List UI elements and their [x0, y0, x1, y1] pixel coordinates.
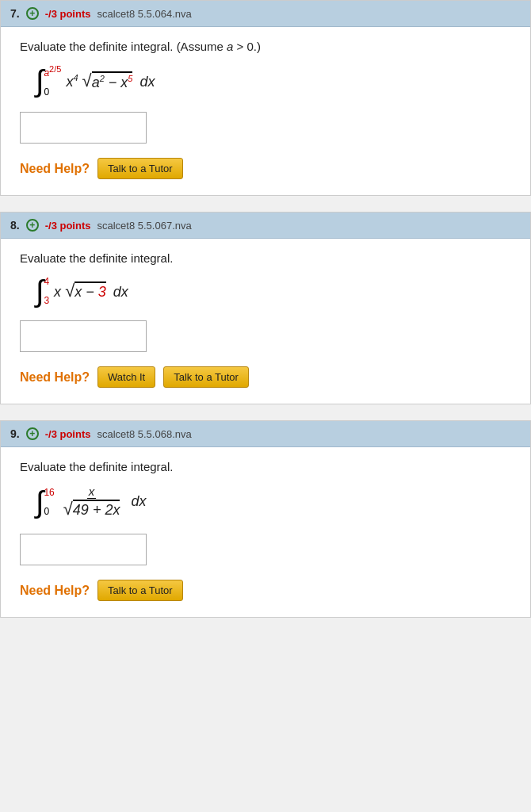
question-9-points: -/3 points [45, 428, 91, 440]
question-8-id: scalcet8 5.5.067.nva [97, 220, 191, 232]
question-7-plus-icon[interactable]: + [26, 7, 39, 20]
question-9-instruction: Evaluate the definite integral. [20, 460, 511, 473]
question-7-body: Evaluate the definite integral. (Assume … [1, 27, 530, 195]
sqrt-symbol-8: √ [65, 281, 74, 301]
question-8-header: 8. + -/3 points scalcet8 5.5.067.nva [1, 213, 530, 239]
integral-symbol-7: ∫ [36, 66, 44, 96]
question-7-number: 7. [10, 7, 20, 20]
talk-to-tutor-button-8[interactable]: Talk to a Tutor [163, 366, 249, 388]
question-8-points: -/3 points [45, 220, 91, 232]
question-9-id: scalcet8 5.5.068.nva [97, 428, 191, 440]
integrand-7: x4 √ a2 − x5 dx [66, 71, 155, 91]
question-8-instruction: Evaluate the definite integral. [20, 251, 511, 265]
sqrt-content-8: x − 3 [74, 282, 106, 301]
question-7-header: 7. + -/3 points scalcet8 5.5.064.nva [1, 1, 530, 27]
talk-to-tutor-button-9[interactable]: Talk to a Tutor [97, 580, 183, 601]
question-7-math: ∫ a2/5 0 x4 √ a2 − x5 dx [36, 64, 511, 98]
question-7-points: -/3 points [45, 8, 91, 20]
integrand-8: x √ x − 3 dx [54, 281, 128, 301]
dx-8: dx [113, 284, 128, 300]
sqrt-7: √ a2 − x5 [82, 71, 133, 91]
integral-symbol-9: ∫ [36, 487, 44, 517]
question-8-body: Evaluate the definite integral. ∫ 4 3 x … [1, 239, 530, 404]
question-8-number: 8. [10, 219, 20, 232]
question-9-plus-icon[interactable]: + [26, 427, 39, 440]
question-7-id: scalcet8 5.5.064.nva [97, 8, 191, 20]
integral-symbol-8: ∫ [36, 276, 44, 306]
sqrt-8: √ x − 3 [65, 281, 106, 301]
need-help-label-8: Need Help? [20, 370, 90, 385]
answer-input-9[interactable] [20, 534, 147, 565]
integral-lower-7: 0 [44, 86, 49, 98]
sqrt-content-9: 49 + 2x [73, 500, 120, 519]
fraction-9: x √ 49 + 2x [62, 485, 122, 519]
question-8-plus-icon[interactable]: + [26, 219, 39, 232]
watch-it-button-8[interactable]: Watch It [97, 366, 155, 388]
frac-numerator-9: x [87, 485, 97, 499]
sqrt-content-7: a2 − x5 [92, 71, 133, 91]
integral-limits-7: a2/5 0 [44, 64, 61, 98]
integral-upper-9: 16 [44, 487, 54, 498]
question-9: 9. + -/3 points scalcet8 5.5.068.nva Eva… [0, 420, 531, 618]
sqrt-symbol-7: √ [82, 71, 92, 91]
sqrt-9: √ 49 + 2x [63, 499, 120, 519]
question-7: 7. + -/3 points scalcet8 5.5.064.nva Eva… [0, 0, 531, 196]
need-help-label-7: Need Help? [20, 162, 90, 176]
dx-9: dx [131, 493, 146, 509]
answer-input-7[interactable] [20, 112, 147, 144]
talk-to-tutor-button-7[interactable]: Talk to a Tutor [97, 158, 183, 179]
sqrt-symbol-9: √ [63, 499, 73, 519]
integral-limits-8: 4 3 [44, 276, 49, 306]
frac-denominator-9: √ 49 + 2x [62, 499, 122, 519]
question-9-header: 9. + -/3 points scalcet8 5.5.068.nva [1, 421, 530, 447]
question-9-number: 9. [10, 427, 20, 440]
question-8-math: ∫ 4 3 x √ x − 3 dx [36, 276, 511, 306]
integral-upper-7: a2/5 [44, 64, 61, 79]
need-help-row-7: Need Help? Talk to a Tutor [20, 158, 511, 179]
integral-upper-8: 4 [44, 276, 49, 287]
question-7-instruction: Evaluate the definite integral. (Assume … [20, 40, 511, 53]
need-help-row-8: Need Help? Watch It Talk to a Tutor [20, 366, 511, 388]
need-help-label-9: Need Help? [20, 584, 90, 598]
need-help-row-9: Need Help? Talk to a Tutor [20, 580, 511, 601]
integrand-9: x √ 49 + 2x dx [59, 485, 147, 519]
integral-lower-9: 0 [44, 506, 49, 517]
integral-lower-8: 3 [44, 295, 49, 306]
question-9-math: ∫ 16 0 x √ 49 + 2x dx [36, 485, 511, 519]
answer-input-8[interactable] [20, 320, 147, 352]
integral-limits-9: 16 0 [44, 487, 54, 517]
question-9-body: Evaluate the definite integral. ∫ 16 0 x… [1, 447, 530, 617]
question-8: 8. + -/3 points scalcet8 5.5.067.nva Eva… [0, 212, 531, 404]
dx-7: dx [139, 74, 155, 90]
